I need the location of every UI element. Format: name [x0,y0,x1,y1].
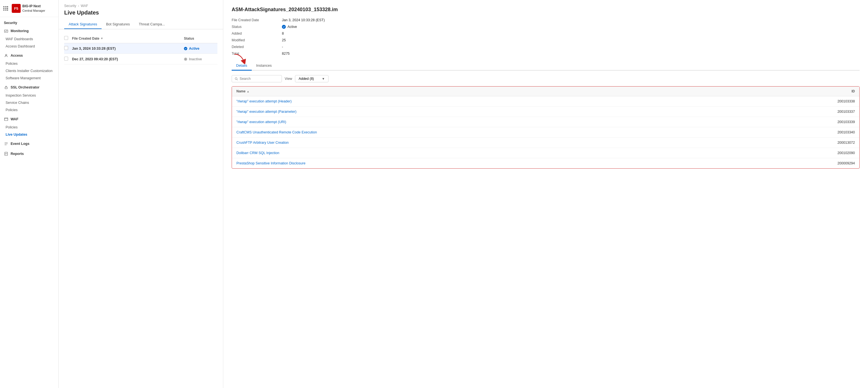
waf-header[interactable]: WAF [0,115,58,124]
col-status-header: Status [184,36,217,40]
reports-icon [4,152,8,156]
modified-label: Modified [231,38,276,42]
waf-section: WAF Policies Live Updates [0,115,58,138]
access-header[interactable]: Access [0,51,58,60]
list-item[interactable]: CraftCMS Unauthenticated Remote Code Exe… [232,127,859,138]
svg-rect-2 [5,87,7,89]
detail-tab-details[interactable]: Details [231,61,252,70]
tab-bot-signatures[interactable]: Bot Signatures [101,20,134,29]
list-item[interactable]: "rlwrap" execution attempt (Parameter) 2… [232,107,859,117]
content-area: Security › WAF Live Updates Attack Signa… [59,0,868,388]
ssl-icon [4,85,8,90]
sidebar-item-waf-policies[interactable]: Policies [0,124,58,131]
modified-value: 25 [282,38,860,42]
left-panel-tabs: Attack Signatures Bot Signatures Threat … [64,20,217,29]
detail-tab-instances[interactable]: Instances [252,61,276,70]
result-name-3[interactable]: "rlwrap" execution attempt (URI) [237,120,822,124]
detail-metadata: File Created Date Jan 3, 2024 10:33:28 (… [231,18,860,56]
result-name-2[interactable]: "rlwrap" execution attempt (Parameter) [237,110,822,114]
access-section: Access Policies Clients Installer Custom… [0,51,58,82]
result-name-5[interactable]: CrushFTP Arbitrary User Creation [237,141,822,145]
tab-attack-signatures[interactable]: Attack Signatures [64,20,101,29]
result-id-7: 200009294 [822,161,855,165]
sidebar-item-software-management[interactable]: Software Management [0,74,58,82]
left-panel: Security › WAF Live Updates Attack Signa… [59,0,223,388]
row-status-1: Active [184,47,217,51]
sort-arrow: ▼ [100,37,103,40]
breadcrumb-arrow: › [78,4,79,8]
file-created-value: Jan 3, 2024 10:33:28 (EST) [282,18,860,22]
total-value: 8275 [282,52,860,56]
row-status-2: Inactive [184,57,217,61]
result-name-6[interactable]: Dolibarr CRM SQL Injection [237,151,822,155]
status-inactive-icon [184,58,187,61]
total-label: Total [231,52,276,56]
sidebar-item-live-updates[interactable]: Live Updates [0,131,58,138]
panel-title: Live Updates [64,9,217,16]
ssl-header[interactable]: SSL Orchestrator [0,83,58,92]
result-name-7[interactable]: PrestaShop Sensitive Information Disclos… [237,161,822,165]
result-id-5: 200013072 [822,141,855,145]
status-label: Status [231,25,276,29]
access-icon [4,53,8,58]
detail-tabs: Details Instances [231,61,860,70]
sidebar-item-policies-access[interactable]: Policies [0,60,58,67]
table-row[interactable]: Dec 27, 2023 09:43:20 (EST) Inactive [64,54,217,64]
svg-point-1 [6,54,7,56]
sidebar-item-waf-dashboards[interactable]: WAF Dashboards [0,35,58,43]
view-dropdown[interactable]: Added (8) ▼ [295,75,329,82]
event-logs-header[interactable]: Event Logs [0,139,58,148]
result-name-1[interactable]: "rlwrap" execution attempt (Header) [237,99,822,103]
monitoring-section: Monitoring WAF Dashboards Access Dashboa… [0,27,58,50]
table-row[interactable]: Jan 3, 2024 10:33:28 (EST) Active [64,43,217,54]
svg-rect-4 [5,152,7,155]
reports-header[interactable]: Reports [0,149,58,158]
added-label: Added [231,32,276,35]
sidebar-item-policies-ssl[interactable]: Policies [0,106,58,114]
sidebar-item-inspection-services[interactable]: Inspection Services [0,92,58,99]
result-id-4: 200103340 [822,130,855,134]
f5-logo: F5 [12,4,21,13]
svg-rect-3 [4,118,8,121]
header-check [64,36,72,41]
reports-section: Reports [0,149,58,158]
event-logs-icon [4,142,8,146]
right-panel: ASM-AttackSignatures_20240103_153328.im … [223,0,868,388]
list-item[interactable]: "rlwrap" execution attempt (URI) 2001033… [232,117,859,127]
main-content: Security › WAF Live Updates Attack Signa… [59,0,868,388]
filter-bar: View Added (8) ▼ [231,75,860,82]
row-date-2: Dec 27, 2023 09:43:20 (EST) [72,57,184,61]
status-value: Active [282,25,860,29]
list-item[interactable]: PrestaShop Sensitive Information Disclos… [232,158,859,168]
search-box[interactable] [231,75,282,82]
monitoring-header[interactable]: Monitoring [0,27,58,35]
breadcrumb: Security › WAF [64,4,217,8]
monitoring-icon [4,29,8,33]
sidebar-item-access-dashboard[interactable]: Access Dashboard [0,43,58,50]
deleted-label: Deleted [231,45,276,49]
row-check-2[interactable] [64,57,72,61]
row-check-1[interactable] [64,46,72,51]
col-date-header[interactable]: File Created Date ▼ [72,36,184,40]
list-item[interactable]: CrushFTP Arbitrary User Creation 2000130… [232,138,859,148]
sidebar-item-clients-installer[interactable]: Clients Installer Customization [0,67,58,74]
col-id-header: ID [822,89,855,93]
sort-icon: ▲ [247,90,249,93]
col-name-header[interactable]: Name ▲ [237,89,822,93]
list-item[interactable]: "rlwrap" execution attempt (Header) 2001… [232,96,859,107]
app-logo: F5 BIG-IP Next Central Manager [0,0,58,17]
table-header: File Created Date ▼ Status [64,34,217,43]
result-id-1: 200103338 [822,99,855,103]
status-active-icon [184,47,187,50]
sidebar-item-service-chains[interactable]: Service Chains [0,99,58,106]
tab-threat-campaigns[interactable]: Threat Campa... [134,20,169,29]
added-value: 8 [282,32,860,35]
row-date-1: Jan 3, 2024 10:33:28 (EST) [72,47,184,51]
list-item[interactable]: Dolibarr CRM SQL Injection 200102090 [232,148,859,158]
security-section-label: Security [0,17,58,27]
result-name-4[interactable]: CraftCMS Unauthenticated Remote Code Exe… [237,130,822,134]
results-header: Name ▲ ID [232,87,859,96]
ssl-section: SSL Orchestrator Inspection Services Ser… [0,83,58,114]
search-input[interactable] [240,77,279,81]
result-id-3: 200103339 [822,120,855,124]
